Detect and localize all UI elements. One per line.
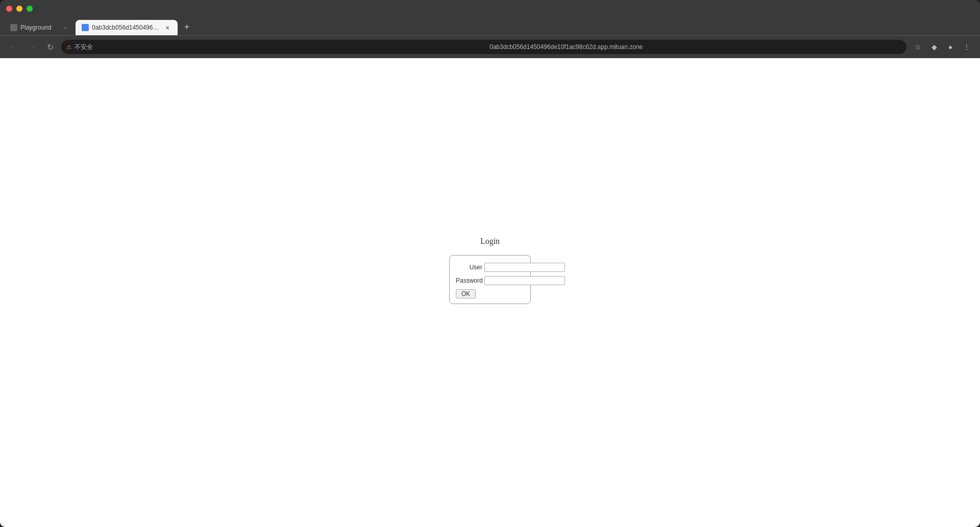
tab-close-playground[interactable]: ✕ bbox=[61, 23, 69, 32]
login-container: Login User Password OK bbox=[449, 227, 531, 304]
forward-button[interactable]: → bbox=[24, 40, 39, 54]
page-title: Login bbox=[449, 237, 531, 246]
password-row: Password bbox=[456, 276, 524, 285]
address-bar-input-wrap[interactable]: ⚠ 不安全 0ab3dcb056d1450496de10f1ac98c62d.a… bbox=[61, 40, 906, 54]
user-input[interactable] bbox=[484, 263, 565, 272]
ok-button-row: OK bbox=[456, 289, 524, 298]
tab-favicon-playground bbox=[10, 24, 17, 31]
address-bar: ← → ↻ ⚠ 不安全 0ab3dcb056d1450496de10f1ac98… bbox=[0, 36, 980, 58]
bookmark-button[interactable]: ☆ bbox=[911, 40, 925, 54]
tab-bar: Playground ✕ 0ab3dcb056d1450496de10f1ac9… bbox=[0, 17, 980, 36]
toolbar-right: ☆ ◆ ● ⋮ bbox=[911, 40, 974, 54]
tab-playground[interactable]: Playground ✕ bbox=[4, 20, 76, 35]
profile-button[interactable]: ● bbox=[943, 40, 958, 54]
page-content: Login User Password OK bbox=[0, 58, 980, 527]
user-label: User bbox=[456, 264, 482, 271]
extensions-button[interactable]: ◆ bbox=[927, 40, 941, 54]
window-controls bbox=[6, 6, 33, 12]
address-url: 0ab3dcb056d1450496de10f1ac98c62d.app.mit… bbox=[489, 43, 901, 51]
browser-window: Playground ✕ 0ab3dcb056d1450496de10f1ac9… bbox=[0, 0, 980, 527]
new-tab-button[interactable]: + bbox=[180, 20, 194, 34]
back-button[interactable]: ← bbox=[6, 40, 20, 54]
reload-button[interactable]: ↻ bbox=[43, 40, 57, 54]
address-security-label: 不安全 bbox=[75, 43, 486, 52]
password-label: Password bbox=[456, 277, 482, 284]
security-icon: ⚠ bbox=[66, 44, 71, 51]
tab-close-main[interactable]: ✕ bbox=[163, 23, 172, 32]
tab-favicon-main bbox=[82, 24, 89, 31]
menu-button[interactable]: ⋮ bbox=[960, 40, 974, 54]
login-form-box: User Password OK bbox=[449, 255, 531, 304]
tab-main[interactable]: 0ab3dcb056d1450496de10f1ac98c62d.app... … bbox=[76, 20, 178, 35]
tab-label-main: 0ab3dcb056d1450496de10f1ac98c62d.app... bbox=[92, 24, 160, 31]
ok-button[interactable]: OK bbox=[456, 289, 476, 298]
tab-label-playground: Playground bbox=[20, 24, 58, 31]
user-row: User bbox=[456, 263, 524, 272]
password-input[interactable] bbox=[484, 276, 565, 285]
close-window-button[interactable] bbox=[6, 6, 12, 12]
maximize-window-button[interactable] bbox=[27, 6, 33, 12]
title-bar bbox=[0, 0, 980, 17]
minimize-window-button[interactable] bbox=[16, 6, 22, 12]
